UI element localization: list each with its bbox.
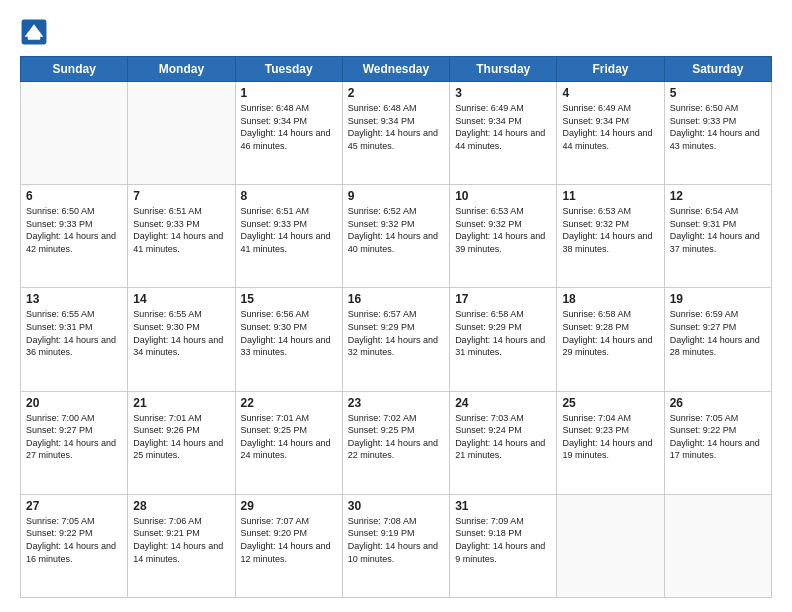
calendar-row-4: 27Sunrise: 7:05 AM Sunset: 9:22 PM Dayli… [21,494,772,597]
cell-info: Sunrise: 6:57 AM Sunset: 9:29 PM Dayligh… [348,308,444,358]
calendar-cell: 26Sunrise: 7:05 AM Sunset: 9:22 PM Dayli… [664,391,771,494]
calendar-cell: 4Sunrise: 6:49 AM Sunset: 9:34 PM Daylig… [557,82,664,185]
calendar-cell: 24Sunrise: 7:03 AM Sunset: 9:24 PM Dayli… [450,391,557,494]
day-number: 2 [348,86,444,100]
cell-info: Sunrise: 6:48 AM Sunset: 9:34 PM Dayligh… [241,102,337,152]
calendar-cell: 31Sunrise: 7:09 AM Sunset: 9:18 PM Dayli… [450,494,557,597]
calendar-cell: 13Sunrise: 6:55 AM Sunset: 9:31 PM Dayli… [21,288,128,391]
day-number: 1 [241,86,337,100]
calendar-row-3: 20Sunrise: 7:00 AM Sunset: 9:27 PM Dayli… [21,391,772,494]
calendar-cell: 15Sunrise: 6:56 AM Sunset: 9:30 PM Dayli… [235,288,342,391]
cell-info: Sunrise: 6:48 AM Sunset: 9:34 PM Dayligh… [348,102,444,152]
day-number: 8 [241,189,337,203]
cell-info: Sunrise: 6:53 AM Sunset: 9:32 PM Dayligh… [562,205,658,255]
day-number: 21 [133,396,229,410]
cell-info: Sunrise: 6:58 AM Sunset: 9:29 PM Dayligh… [455,308,551,358]
cell-info: Sunrise: 6:49 AM Sunset: 9:34 PM Dayligh… [455,102,551,152]
calendar-cell: 29Sunrise: 7:07 AM Sunset: 9:20 PM Dayli… [235,494,342,597]
calendar-cell: 27Sunrise: 7:05 AM Sunset: 9:22 PM Dayli… [21,494,128,597]
cell-info: Sunrise: 7:07 AM Sunset: 9:20 PM Dayligh… [241,515,337,565]
day-number: 27 [26,499,122,513]
cell-info: Sunrise: 6:58 AM Sunset: 9:28 PM Dayligh… [562,308,658,358]
day-number: 7 [133,189,229,203]
calendar-row-0: 1Sunrise: 6:48 AM Sunset: 9:34 PM Daylig… [21,82,772,185]
cell-info: Sunrise: 6:50 AM Sunset: 9:33 PM Dayligh… [670,102,766,152]
calendar-cell: 9Sunrise: 6:52 AM Sunset: 9:32 PM Daylig… [342,185,449,288]
calendar-header-tuesday: Tuesday [235,57,342,82]
day-number: 17 [455,292,551,306]
calendar-header-thursday: Thursday [450,57,557,82]
cell-info: Sunrise: 6:51 AM Sunset: 9:33 PM Dayligh… [133,205,229,255]
calendar-cell: 18Sunrise: 6:58 AM Sunset: 9:28 PM Dayli… [557,288,664,391]
calendar-cell: 7Sunrise: 6:51 AM Sunset: 9:33 PM Daylig… [128,185,235,288]
day-number: 16 [348,292,444,306]
cell-info: Sunrise: 6:55 AM Sunset: 9:30 PM Dayligh… [133,308,229,358]
day-number: 19 [670,292,766,306]
logo-icon [20,18,48,46]
calendar-header-wednesday: Wednesday [342,57,449,82]
cell-info: Sunrise: 7:05 AM Sunset: 9:22 PM Dayligh… [670,412,766,462]
calendar-cell: 12Sunrise: 6:54 AM Sunset: 9:31 PM Dayli… [664,185,771,288]
cell-info: Sunrise: 7:08 AM Sunset: 9:19 PM Dayligh… [348,515,444,565]
day-number: 5 [670,86,766,100]
calendar-cell: 14Sunrise: 6:55 AM Sunset: 9:30 PM Dayli… [128,288,235,391]
cell-info: Sunrise: 6:50 AM Sunset: 9:33 PM Dayligh… [26,205,122,255]
calendar-header-sunday: Sunday [21,57,128,82]
calendar-row-1: 6Sunrise: 6:50 AM Sunset: 9:33 PM Daylig… [21,185,772,288]
day-number: 29 [241,499,337,513]
calendar-row-2: 13Sunrise: 6:55 AM Sunset: 9:31 PM Dayli… [21,288,772,391]
cell-info: Sunrise: 6:51 AM Sunset: 9:33 PM Dayligh… [241,205,337,255]
day-number: 15 [241,292,337,306]
day-number: 11 [562,189,658,203]
cell-info: Sunrise: 7:02 AM Sunset: 9:25 PM Dayligh… [348,412,444,462]
calendar-header-monday: Monday [128,57,235,82]
cell-info: Sunrise: 7:01 AM Sunset: 9:26 PM Dayligh… [133,412,229,462]
day-number: 14 [133,292,229,306]
calendar-cell: 30Sunrise: 7:08 AM Sunset: 9:19 PM Dayli… [342,494,449,597]
cell-info: Sunrise: 7:04 AM Sunset: 9:23 PM Dayligh… [562,412,658,462]
calendar-table: SundayMondayTuesdayWednesdayThursdayFrid… [20,56,772,598]
day-number: 25 [562,396,658,410]
day-number: 23 [348,396,444,410]
calendar-header-friday: Friday [557,57,664,82]
calendar-header-row: SundayMondayTuesdayWednesdayThursdayFrid… [21,57,772,82]
cell-info: Sunrise: 7:09 AM Sunset: 9:18 PM Dayligh… [455,515,551,565]
calendar-cell: 20Sunrise: 7:00 AM Sunset: 9:27 PM Dayli… [21,391,128,494]
cell-info: Sunrise: 6:49 AM Sunset: 9:34 PM Dayligh… [562,102,658,152]
calendar-cell: 22Sunrise: 7:01 AM Sunset: 9:25 PM Dayli… [235,391,342,494]
day-number: 26 [670,396,766,410]
cell-info: Sunrise: 7:03 AM Sunset: 9:24 PM Dayligh… [455,412,551,462]
calendar-cell: 17Sunrise: 6:58 AM Sunset: 9:29 PM Dayli… [450,288,557,391]
cell-info: Sunrise: 6:56 AM Sunset: 9:30 PM Dayligh… [241,308,337,358]
calendar-cell [21,82,128,185]
cell-info: Sunrise: 7:00 AM Sunset: 9:27 PM Dayligh… [26,412,122,462]
cell-info: Sunrise: 7:06 AM Sunset: 9:21 PM Dayligh… [133,515,229,565]
calendar-cell: 25Sunrise: 7:04 AM Sunset: 9:23 PM Dayli… [557,391,664,494]
calendar-cell: 21Sunrise: 7:01 AM Sunset: 9:26 PM Dayli… [128,391,235,494]
calendar-cell: 19Sunrise: 6:59 AM Sunset: 9:27 PM Dayli… [664,288,771,391]
day-number: 12 [670,189,766,203]
cell-info: Sunrise: 6:53 AM Sunset: 9:32 PM Dayligh… [455,205,551,255]
day-number: 10 [455,189,551,203]
day-number: 3 [455,86,551,100]
calendar-cell: 8Sunrise: 6:51 AM Sunset: 9:33 PM Daylig… [235,185,342,288]
cell-info: Sunrise: 7:05 AM Sunset: 9:22 PM Dayligh… [26,515,122,565]
logo [20,18,52,46]
day-number: 31 [455,499,551,513]
day-number: 4 [562,86,658,100]
day-number: 18 [562,292,658,306]
calendar-cell: 3Sunrise: 6:49 AM Sunset: 9:34 PM Daylig… [450,82,557,185]
day-number: 13 [26,292,122,306]
cell-info: Sunrise: 7:01 AM Sunset: 9:25 PM Dayligh… [241,412,337,462]
calendar-cell [557,494,664,597]
calendar-cell: 28Sunrise: 7:06 AM Sunset: 9:21 PM Dayli… [128,494,235,597]
calendar-cell [664,494,771,597]
cell-info: Sunrise: 6:52 AM Sunset: 9:32 PM Dayligh… [348,205,444,255]
day-number: 20 [26,396,122,410]
calendar-cell: 2Sunrise: 6:48 AM Sunset: 9:34 PM Daylig… [342,82,449,185]
calendar-cell: 10Sunrise: 6:53 AM Sunset: 9:32 PM Dayli… [450,185,557,288]
day-number: 6 [26,189,122,203]
day-number: 24 [455,396,551,410]
day-number: 22 [241,396,337,410]
day-number: 28 [133,499,229,513]
